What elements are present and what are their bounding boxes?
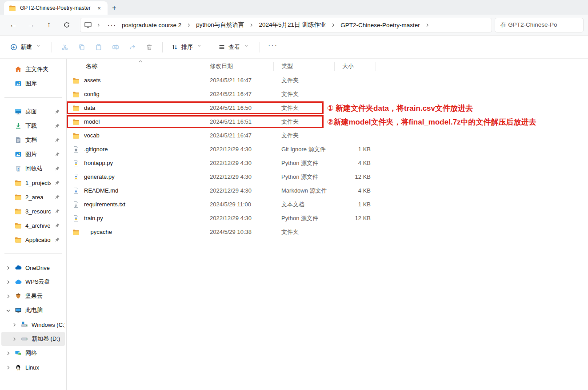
sidebar-item--[interactable]: 网络: [1, 346, 65, 360]
chevron-right-icon[interactable]: [12, 336, 17, 342]
chevron-right-icon[interactable]: [5, 265, 11, 271]
sidebar-item--[interactable]: 图片: [1, 147, 65, 161]
sidebar-item-onedrive[interactable]: OneDrive: [1, 261, 65, 275]
sidebar-item-3_resources[interactable]: 3_resources: [1, 204, 65, 218]
column-headers: 名称 修改日期 类型 大小: [67, 59, 588, 73]
column-header-type[interactable]: 类型: [274, 62, 335, 71]
chevron-right-icon[interactable]: [12, 322, 17, 328]
breadcrumb-item[interactable]: python与自然语言: [194, 20, 246, 30]
view-button[interactable]: 查看: [214, 40, 255, 54]
onedrive-icon: [15, 264, 22, 271]
folder-icon: [72, 132, 80, 139]
tab-active[interactable]: GPT2-Chinese-Poetry-master ×: [4, 1, 108, 15]
sidebar-item-application[interactable]: Application: [1, 233, 65, 247]
sidebar-item--[interactable]: 回收站: [1, 161, 65, 176]
sidebar-item--[interactable]: 图库: [1, 76, 65, 91]
sidebar-item-label: WPS云盘: [25, 278, 50, 286]
chevron-right-icon[interactable]: [328, 23, 339, 28]
search-input[interactable]: [500, 22, 578, 28]
column-header-name[interactable]: 名称: [72, 62, 202, 71]
breadcrumb-ellipsis[interactable]: ···: [105, 21, 119, 28]
file-row[interactable]: train.py2022/12/29 4:30Python 源文件12 KB: [67, 211, 588, 225]
sort-button[interactable]: 排序: [167, 40, 208, 54]
new-button[interactable]: 新建: [6, 40, 47, 54]
column-header-size[interactable]: 大小: [335, 62, 376, 71]
file-row[interactable]: README.md2022/12/29 4:30Markdown 源文件4 KB: [67, 184, 588, 197]
sidebar-item--[interactable]: 文档: [1, 133, 65, 147]
file-size: 12 KB: [335, 173, 376, 180]
file-type: Git Ignore 源文件: [274, 145, 335, 153]
sidebar-item-label: 文档: [25, 136, 37, 144]
cut-button[interactable]: [56, 40, 73, 55]
sidebar-item--[interactable]: 此电脑: [1, 303, 65, 318]
file-date: 2024/5/21 16:47: [202, 132, 274, 139]
breadcrumb-item[interactable]: 2024年5月21日 训练作业: [257, 20, 328, 30]
forward-button[interactable]: →: [22, 17, 40, 32]
sidebar-item-4_archive[interactable]: 4_archive: [1, 218, 65, 233]
rename-button[interactable]: A: [107, 40, 124, 55]
file-row[interactable]: __pycache__2024/5/29 10:38文件夹: [67, 225, 588, 239]
file-date: 2024/5/21 16:47: [202, 77, 274, 84]
refresh-button[interactable]: [58, 17, 76, 32]
file-icon: [72, 201, 80, 208]
file-type: 文本文档: [274, 201, 335, 209]
folder-icon: [15, 208, 22, 215]
sidebar-item-2_area[interactable]: 2_area: [1, 190, 65, 204]
paste-icon: [95, 44, 102, 51]
file-row[interactable]: config2024/5/21 16:47文件夹: [67, 87, 588, 101]
folder-icon: [15, 222, 22, 229]
file-row[interactable]: requirements.txt2024/5/29 11:00文本文档1 KB: [67, 197, 588, 211]
breadcrumb-item[interactable]: postgraduate course 2: [120, 20, 183, 30]
sidebar-item-windows-c-[interactable]: Windows (C:): [1, 318, 65, 332]
chevron-down-icon[interactable]: [5, 308, 11, 314]
file-row[interactable]: .gitignore2022/12/29 4:30Git Ignore 源文件1…: [67, 142, 588, 156]
breadcrumb-item[interactable]: GPT2-Chinese-Poetry-master: [339, 20, 422, 30]
delete-button[interactable]: [141, 40, 158, 55]
sidebar-item--d-[interactable]: 新加卷 (D:): [1, 332, 65, 346]
file-row[interactable]: assets2024/5/21 16:47文件夹: [67, 73, 588, 87]
sidebar-item--[interactable]: 主文件夹: [1, 62, 65, 76]
sidebar-item-1_projects[interactable]: 1_projects: [1, 176, 65, 190]
file-row[interactable]: generate.py2022/12/29 4:30Python 源文件12 K…: [67, 170, 588, 184]
up-button[interactable]: ↑: [40, 17, 58, 32]
chevron-right-icon[interactable]: [5, 350, 11, 356]
tab-close-icon[interactable]: ×: [95, 4, 103, 12]
file-row[interactable]: vocab2024/5/21 16:47文件夹: [67, 129, 588, 142]
chevron-right-icon[interactable]: [5, 279, 11, 285]
chevron-right-icon[interactable]: [5, 294, 11, 299]
folder-icon: [72, 77, 80, 84]
network-icon: [15, 350, 22, 357]
copy-button[interactable]: [73, 40, 90, 55]
chevron-right-icon[interactable]: [422, 23, 433, 28]
column-header-date[interactable]: 修改日期: [202, 62, 274, 71]
file-row[interactable]: model2024/5/21 16:51文件夹②新建model文件夹，将fina…: [67, 115, 588, 129]
annotation-text: ②新建model文件夹，将final_model.7z中的文件解压后放进去: [327, 117, 536, 127]
paste-button[interactable]: [90, 40, 107, 55]
file-row[interactable]: frontapp.py2022/12/29 4:30Python 源文件4 KB: [67, 156, 588, 170]
file-type: 文件夹: [274, 76, 335, 84]
sidebar-item--[interactable]: 下载: [1, 119, 65, 133]
sidebar-item-wps-[interactable]: WPS云盘: [1, 275, 65, 289]
search-box[interactable]: [495, 18, 584, 32]
new-tab-button[interactable]: +: [108, 1, 121, 15]
chevron-right-icon[interactable]: [5, 365, 11, 370]
see-more-button[interactable]: ···: [264, 40, 281, 55]
chevron-right-icon[interactable]: [246, 23, 257, 28]
file-date: 2022/12/29 4:30: [202, 160, 274, 166]
folder-icon: [9, 4, 16, 12]
address-bar[interactable]: ··· postgraduate course 2python与自然语言2024…: [80, 18, 492, 32]
chevron-right-icon[interactable]: [183, 23, 194, 28]
sidebar-item-linux[interactable]: Linux: [1, 360, 65, 374]
toolbar-divider: [260, 42, 260, 52]
file-row[interactable]: data2024/5/21 16:50文件夹① 新建文件夹data，将train…: [67, 101, 588, 115]
sidebar-item--[interactable]: 坚果云: [1, 289, 65, 303]
sidebar-item--[interactable]: 桌面: [1, 105, 65, 119]
file-type: 文件夹: [274, 104, 335, 112]
file-date: 2022/12/29 4:30: [202, 173, 274, 180]
share-button[interactable]: [124, 40, 141, 55]
back-button[interactable]: ←: [4, 17, 22, 32]
file-icon: [72, 215, 80, 222]
file-name: vocab: [84, 132, 100, 139]
plus-circle-icon: [10, 44, 17, 51]
file-name: generate.py: [84, 173, 115, 180]
